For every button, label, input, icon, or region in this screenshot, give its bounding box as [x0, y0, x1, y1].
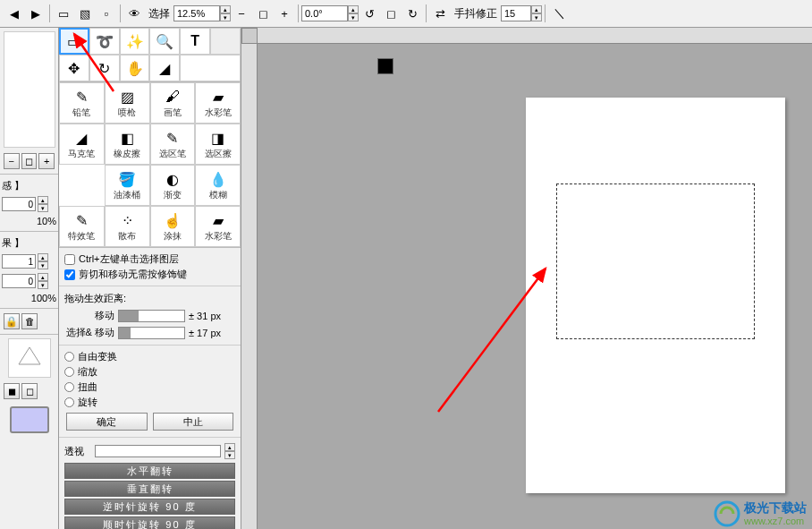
brush-铅笔[interactable]: ✎铅笔 [59, 82, 105, 124]
brush-icon: ▰ [213, 210, 224, 230]
zoom-stepper[interactable]: ▴▾ [220, 5, 231, 21]
brush-icon: 🖌 [165, 87, 180, 107]
effect-label: 果 】 [0, 235, 58, 252]
rotate-reset-icon[interactable]: ◻ [381, 4, 401, 22]
brush-label: 喷枪 [118, 107, 136, 119]
move-slider[interactable] [118, 310, 185, 322]
brush-画笔[interactable]: 🖌画笔 [150, 82, 196, 124]
preset-square-icon[interactable]: ◼ [4, 383, 20, 399]
angle-input[interactable] [301, 5, 348, 21]
brush-icon: ◢ [76, 128, 87, 148]
navigator-preview[interactable] [4, 31, 55, 148]
pct-label-2: 100% [0, 291, 58, 305]
brush-模糊[interactable]: 💧模糊 [195, 165, 241, 206]
brush-选区擦[interactable]: ◨选区擦 [195, 124, 241, 165]
shake-stepper[interactable]: ▴▾ [531, 5, 542, 21]
line-tool-icon[interactable]: ＼ [549, 4, 569, 22]
nav-square-icon[interactable]: ◻ [21, 153, 38, 169]
tool-swatch-pair[interactable] [180, 55, 241, 81]
flip-icon[interactable]: ⇄ [430, 4, 450, 22]
brush-grid: ✎铅笔▨喷枪🖌画笔▰水彩笔◢马克笔◧橡皮擦✎选区笔◨选区擦🪣油漆桶◐渐变💧模糊✎… [59, 82, 241, 248]
tool-select-rect[interactable]: ▭ [59, 28, 89, 55]
main-toolbar: ◀ ▶ ▭ ▧ ▫ 👁 选择 ▴▾ − ◻ + ▴▾ ↺ ◻ ↻ ⇄ 手抖修正 … [0, 0, 812, 28]
delete-icon[interactable]: ▧ [75, 4, 95, 22]
radio-distort[interactable]: 扭曲 [64, 380, 235, 395]
brush-icon: ◧ [121, 128, 134, 148]
ctrl-click-checkbox[interactable]: Ctrl+左键单击选择图层 [64, 252, 235, 267]
zoom-input[interactable] [173, 5, 220, 21]
radio-free-transform[interactable]: 自由变换 [64, 349, 235, 364]
lock-icon[interactable]: 🔒 [4, 313, 20, 329]
brush-油漆桶[interactable]: 🪣油漆桶 [105, 165, 150, 206]
perspective-slider[interactable] [95, 445, 221, 457]
effect-input-1[interactable] [2, 254, 36, 269]
nav-next-icon[interactable]: ▶ [26, 4, 46, 22]
color-swatch[interactable] [10, 406, 49, 433]
selection-marquee[interactable] [556, 183, 755, 339]
tool-magic-wand[interactable]: ✨ [120, 28, 150, 55]
perspective-stepper[interactable]: ▴▾ [224, 443, 235, 459]
new-icon[interactable]: ▭ [54, 4, 73, 22]
brush-label: 马克笔 [68, 148, 95, 160]
eye-icon[interactable]: 👁 [124, 4, 144, 22]
ok-button[interactable]: 确定 [66, 413, 148, 431]
cancel-button[interactable]: 中止 [153, 413, 234, 431]
tool-zoom[interactable]: 🔍 [149, 28, 180, 55]
watermark-title: 极光下载站 [744, 501, 807, 515]
brush-label: 选区擦 [205, 148, 232, 160]
brush-马克笔[interactable]: ◢马克笔 [59, 124, 105, 165]
brush-喷枪[interactable]: ▨喷枪 [105, 82, 150, 124]
rotate-ccw-button[interactable]: 逆时针旋转 90 度 [64, 499, 235, 515]
brush-水彩笔[interactable]: ▰水彩笔 [195, 206, 241, 247]
tool-text[interactable]: T [180, 28, 210, 55]
brush-特效笔[interactable]: ✎特效笔 [59, 206, 105, 247]
shape-preview [8, 338, 51, 378]
brush-label: 铅笔 [72, 107, 90, 119]
nav-minus-icon[interactable]: − [4, 153, 20, 169]
brush-渐变[interactable]: ◐渐变 [150, 165, 196, 206]
selmove-slider[interactable] [118, 327, 185, 339]
clear-icon[interactable]: ▫ [97, 4, 116, 22]
svg-point-2 [715, 502, 739, 525]
rotate-cw-button[interactable]: 顺时针旋转 90 度 [64, 516, 235, 529]
brush-水彩笔[interactable]: ▰水彩笔 [195, 82, 241, 124]
cut-move-checkbox[interactable]: 剪切和移动无需按修饰键 [64, 267, 235, 282]
brush-橡皮擦[interactable]: ◧橡皮擦 [105, 124, 150, 165]
ruler-corner [241, 28, 258, 44]
radio-rotate[interactable]: 旋转 [64, 395, 235, 410]
move-slider-label: 移动 [64, 309, 114, 322]
flip-v-button[interactable]: 垂直翻转 [64, 481, 235, 497]
zoom-in-icon[interactable]: + [275, 4, 294, 22]
flip-h-button[interactable]: 水平翻转 [64, 463, 235, 479]
rotate-cw-icon[interactable]: ↻ [402, 4, 422, 22]
preset-blank-icon[interactable]: ◻ [21, 383, 38, 399]
tool-color-picker[interactable]: ◢ [149, 55, 180, 81]
brush-label: 画笔 [164, 107, 182, 119]
nav-plus-icon[interactable]: + [38, 153, 55, 169]
sensitivity-input[interactable] [2, 197, 36, 211]
ruler-vertical[interactable] [241, 44, 258, 529]
canvas-viewport[interactable] [258, 44, 812, 529]
ruler-horizontal[interactable] [258, 28, 812, 44]
zoom-fit-icon[interactable]: ◻ [253, 4, 273, 22]
fg-color-swatch[interactable] [377, 58, 393, 74]
radio-scale[interactable]: 缩放 [64, 364, 235, 380]
zoom-out-icon[interactable]: − [232, 4, 251, 22]
effect-input-2[interactable] [2, 274, 36, 288]
rotate-ccw-icon[interactable]: ↺ [359, 4, 379, 22]
tool-hand[interactable]: ✋ [120, 55, 150, 81]
angle-stepper[interactable]: ▴▾ [348, 5, 359, 21]
brush-散布[interactable]: ⁘散布 [105, 206, 150, 247]
tool-lasso[interactable]: ➰ [89, 28, 120, 55]
brush-涂抹[interactable]: ☝涂抹 [150, 206, 196, 247]
shake-input[interactable] [501, 5, 531, 21]
trash-icon[interactable]: 🗑 [21, 313, 38, 329]
brush-label: 涂抹 [164, 230, 182, 243]
tool-move[interactable]: ✥ [59, 55, 89, 81]
nav-prev-icon[interactable]: ◀ [4, 4, 24, 22]
brush-选区笔[interactable]: ✎选区笔 [150, 124, 196, 165]
brush-icon: ⁘ [122, 210, 133, 230]
canvas-area [241, 28, 812, 529]
brush-label: 模糊 [209, 189, 227, 201]
tool-rotate-view[interactable]: ↻ [89, 55, 120, 81]
